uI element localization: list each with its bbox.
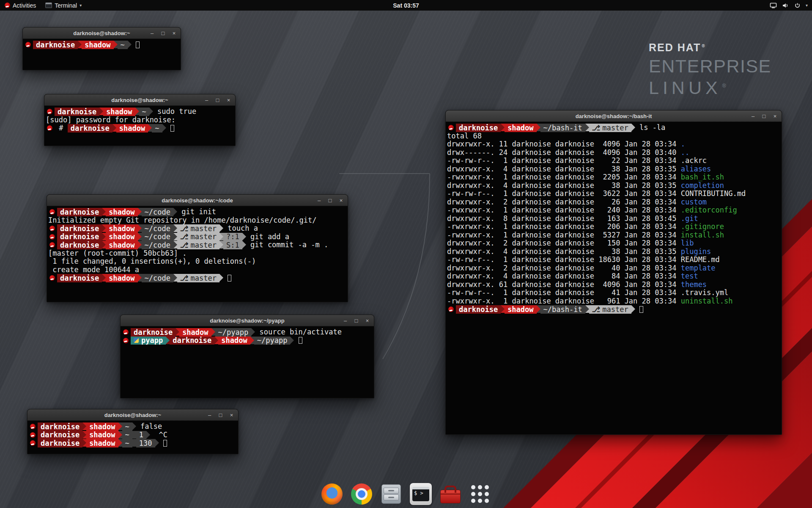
file-name: aliases [681,165,711,174]
terminal-text: drwxrwxr-x. 8 darknoise darknoise 163 Ja… [447,215,681,223]
window-titlebar[interactable]: darknoise@shadow:~ – □ × [27,409,238,421]
minimize-button[interactable]: – [343,318,348,323]
terminal-text: touch a [223,224,258,233]
maximize-button[interactable]: □ [218,412,223,418]
close-button[interactable]: × [229,412,234,418]
prompt-segment-path: ~ [152,124,162,133]
terminal-line: drwxrwxr-x. 4 darknoise darknoise 38 Jan… [447,165,780,174]
dock-firefox[interactable] [320,482,344,506]
prompt-segment-path: ~ [139,108,149,116]
terminal-text: -rw-rw-r--. 1 darknoise darknoise 18630 … [447,256,681,264]
dock-files[interactable] [379,482,403,506]
powerline-arrow [102,233,106,240]
terminal-text: -rw-rw-r--. 1 darknoise darknoise 41 Jan… [447,289,681,297]
terminal-line: drwxrwxr-x. 4 darknoise darknoise 84 Jan… [447,272,780,281]
powerline-arrow [132,431,136,439]
prompt-segment-git: ⎇master [589,124,631,132]
top-bar: Activities Terminal ▾ Sat 03:57 ▾ [0,0,812,11]
powerline-arrow [219,224,223,232]
powerline-arrow [118,431,122,439]
close-button[interactable]: × [338,198,344,203]
maximize-button[interactable]: □ [215,97,220,103]
redhat-branding: RED HAT® ENTERPRISE LINUX® [649,41,771,98]
maximize-button[interactable]: □ [160,30,166,36]
terminal-content[interactable]: darknoiseshadow~/pyapp source bin/activa… [121,326,374,345]
activities-label: Activities [13,2,36,9]
minimize-button[interactable]: – [207,412,212,418]
powerline-arrow [138,224,142,232]
maximize-button[interactable]: □ [354,318,359,323]
prompt-segment-host: shadow [86,431,118,439]
terminal-window-code: darknoise@shadow:~/code – □ × darknoises… [47,194,348,302]
powerline-arrow [82,422,86,430]
window-titlebar[interactable]: darknoise@shadow:~ – □ × [23,28,181,39]
close-button[interactable]: × [365,318,370,323]
fedora-icon [49,226,55,231]
file-name: template [681,264,716,273]
window-titlebar[interactable]: darknoise@shadow:~/code – □ × [47,195,348,206]
system-status-area[interactable]: ▾ [770,0,812,11]
display-icon [770,3,777,8]
window-titlebar[interactable]: darknoise@shadow:~/pyapp – □ × [121,315,374,326]
terminal-line: -rwxrwxr-x. 1 darknoise darknoise 2205 J… [447,173,780,182]
branding-enterprise: ENTERPRISE [649,56,771,77]
branding-linux: LINUX® [649,77,771,98]
terminal-content[interactable]: darknoiseshadow~ [23,39,181,49]
minimize-button[interactable]: – [750,113,756,119]
minimize-button[interactable]: – [149,30,155,36]
prompt-segment-host: shadow [106,208,137,216]
fedora-icon [49,234,55,240]
activities-button[interactable]: Activities [0,0,41,11]
terminal-icon: $ > [412,487,429,501]
powerline-arrow [537,305,540,313]
prompt-segment-user: darknoise [131,328,176,337]
close-button[interactable]: × [171,30,177,36]
maximize-button[interactable]: □ [761,113,767,119]
terminal-content[interactable]: darknoiseshadow~/code git initInitialize… [47,206,348,282]
powerline-arrow [242,233,246,240]
maximize-button[interactable]: □ [327,198,333,203]
terminal-line: darknoiseshadow~/code git init [48,208,346,216]
terminal-line: create mode 100644 a [48,266,346,274]
close-button[interactable]: × [772,113,778,119]
terminal-line: 1 file changed, 0 insertions(+), 0 delet… [48,257,346,266]
clock[interactable]: Sat 03:57 [393,2,419,9]
window-titlebar[interactable]: darknoise@shadow:~/bash-it – □ × [446,110,782,122]
firefox-icon [321,483,343,505]
powerline-arrow [251,328,255,336]
terminal-text: false [136,422,162,431]
dock-app-grid[interactable] [468,482,492,506]
git-branch-icon: ⎇ [180,224,189,233]
minimize-button[interactable]: – [316,198,322,203]
terminal-content[interactable]: darknoiseshadow~ sudo true[sudo] passwor… [44,106,235,133]
terminal-line: drwxrwxr-x. 61 darknoise darknoise 4096 … [447,281,780,289]
file-name: install.sh [681,231,724,240]
terminal-text: drwxrwxr-x. 4 darknoise darknoise 38 Jan… [447,248,681,256]
terminal-window-bash-it: darknoise@shadow:~/bash-it – □ × darknoi… [445,110,782,435]
prompt-segment-path: ~/code [142,224,173,233]
dock-toolbox[interactable] [439,482,462,506]
chevron-down-icon: ▾ [80,3,82,8]
prompt-segment-host: shadow [505,124,536,132]
app-menu[interactable]: Terminal ▾ [41,0,86,11]
window-titlebar[interactable]: darknoise@shadow:~ – □ × [44,94,235,106]
terminal-line: -rw-rw-r--. 1 darknoise darknoise 3622 J… [447,190,780,198]
powerline-arrow [138,274,142,282]
prompt-segment-gitstat: ?:1 [223,233,242,241]
prompt-segment-host: shadow [218,337,250,345]
prompt-segment-user: darknoise [38,422,82,431]
terminal-text: 1 file changed, 0 insertions(+), 0 delet… [48,257,256,266]
file-name: README.md [681,256,720,264]
terminal-text: -rwxrwxr-x. 1 darknoise darknoise 961 Ja… [447,297,681,306]
fedora-icon [30,424,36,429]
minimize-button[interactable]: – [204,97,209,103]
dock-chrome[interactable] [350,482,373,506]
terminal-content[interactable]: darknoiseshadow~/bash-it⎇master ls -lato… [446,122,782,314]
terminal-content[interactable]: darknoiseshadow~ falsedarknoiseshadow~1 … [27,421,238,447]
file-name: .ackrc [681,157,707,165]
close-button[interactable]: × [226,97,231,103]
terminal-line: darknoiseshadow~/code⎇master [48,274,346,282]
prompt-segment-user: darknoise [57,241,102,249]
prompt-segment-user: darknoise [456,305,501,314]
dock-terminal[interactable]: $ > [409,482,433,506]
